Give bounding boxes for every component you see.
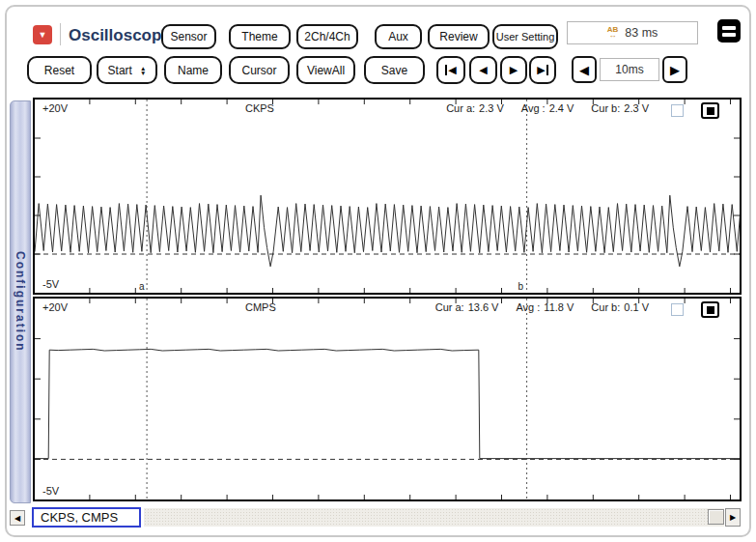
channel-2-panel: +20V CMPS Cur a:13.6 V Avg :11.8 V Cur b… — [33, 297, 742, 501]
save-button[interactable]: Save — [364, 56, 425, 84]
menu-icon — [722, 33, 736, 37]
avg-readout-value: 11.8 V — [544, 301, 574, 313]
timebase-increase-button[interactable]: ▶ — [662, 56, 687, 83]
app-window: ▼ Oscilloscope Sensor Theme 2Ch/4Ch Aux … — [0, 0, 756, 542]
channel-1-bottom-voltage-label: -5V — [42, 278, 59, 290]
skip-start-icon: ◀ — [448, 65, 456, 75]
cursor-b-readout-value: 2.3 V — [624, 102, 649, 114]
menu-button[interactable] — [717, 19, 741, 43]
page-title: Oscilloscope — [69, 26, 171, 45]
skip-end-icon: ▶ — [537, 65, 545, 75]
channel-1-checkbox[interactable] — [671, 104, 684, 117]
skip-end-icon — [546, 65, 548, 75]
avg-readout-value: 2.4 V — [549, 102, 574, 114]
scroll-left-button[interactable]: ◀ — [10, 510, 25, 526]
channel-1-readout: Cur a:2.3 V Avg :2.4 V Cur b:2.3 V — [446, 102, 649, 114]
avg-readout-label: Avg : — [521, 102, 546, 114]
step-back-icon: ◀ — [479, 65, 487, 75]
name-button[interactable]: Name — [164, 56, 222, 84]
cursor-a-readout-label: Cur a: — [446, 102, 475, 114]
channel-2-readout: Cur a:13.6 V Avg :11.8 V Cur b:0.1 V — [435, 301, 649, 313]
menu-icon — [722, 26, 736, 30]
step-forward-button[interactable]: ▶ — [500, 56, 527, 84]
scroll-left-icon: ◀ — [14, 514, 20, 523]
timebase-value: 10ms — [600, 58, 659, 81]
channel-names-label: CKPS, CMPS — [41, 510, 118, 525]
channel-names-box[interactable]: CKPS, CMPS — [32, 507, 141, 528]
channel-1-panel: +20V CKPS Cur a:2.3 V Avg :2.4 V Cur b:2… — [33, 98, 742, 295]
cursor-b-label[interactable]: b — [518, 281, 524, 292]
configuration-tab-label: Configuration — [14, 251, 27, 353]
scrollbar-thumb[interactable] — [708, 509, 724, 525]
theme-button[interactable]: Theme — [229, 24, 291, 49]
skip-start-icon — [445, 65, 447, 75]
timebase-decrease-button[interactable]: ◀ — [572, 56, 597, 83]
channel-1-color-button[interactable] — [701, 102, 719, 119]
cursor-b-readout-label: Cur b: — [591, 301, 620, 313]
app-menu-button[interactable]: ▼ — [33, 25, 52, 44]
cursor-button[interactable]: Cursor — [229, 56, 290, 84]
cmps-waveform-plot[interactable] — [35, 299, 740, 499]
ckps-waveform-plot[interactable] — [35, 100, 740, 293]
channel-2-name: CMPS — [245, 301, 276, 313]
cursor-a-readout-value: 2.3 V — [479, 102, 504, 114]
channel-1-name: CKPS — [245, 102, 274, 114]
cursor-a-readout-label: Cur a: — [435, 301, 464, 313]
start-button[interactable]: Start ▲▼ — [97, 56, 157, 84]
cursor-b-readout-label: Cur b: — [591, 102, 620, 114]
title-divider — [60, 23, 61, 45]
timebase-right-icon: ▶ — [670, 63, 680, 77]
channel-mode-button[interactable]: 2Ch/4Ch — [296, 24, 358, 49]
cursor-a-label[interactable]: a — [139, 281, 145, 292]
channel-2-color-button[interactable] — [701, 301, 719, 318]
skip-to-start-button[interactable]: ◀ — [436, 56, 465, 84]
skip-to-end-button[interactable]: ▶ — [529, 56, 556, 84]
channel-2-color-swatch — [707, 306, 714, 314]
scroll-right-button[interactable]: ▶ — [725, 508, 741, 527]
step-forward-icon: ▶ — [510, 65, 518, 75]
channel-2-bottom-voltage-label: -5V — [42, 485, 59, 497]
reset-button[interactable]: Reset — [27, 56, 92, 84]
scroll-right-icon: ▶ — [730, 513, 736, 522]
start-spinner-icon: ▲▼ — [140, 66, 146, 75]
cursor-b-readout-value: 0.1 V — [624, 301, 649, 313]
viewall-button[interactable]: ViewAll — [296, 56, 355, 84]
avg-readout-label: Avg : — [516, 301, 540, 313]
review-button[interactable]: Review — [428, 24, 490, 49]
cursor-delta-display: AB↔ 83 ms — [567, 21, 698, 44]
cursor-a-readout-value: 13.6 V — [468, 301, 499, 313]
aux-button[interactable]: Aux — [375, 24, 422, 49]
step-back-button[interactable]: ◀ — [469, 56, 497, 84]
scrollbar-track[interactable] — [144, 508, 724, 527]
cursor-delta-value: 83 ms — [625, 26, 658, 40]
configuration-tab[interactable]: Configuration — [10, 100, 31, 503]
sensor-button[interactable]: Sensor — [161, 24, 216, 49]
start-button-label: Start — [108, 64, 132, 77]
channel-2-top-voltage-label: +20V — [42, 301, 68, 313]
timebase-left-icon: ◀ — [579, 63, 589, 77]
user-setting-button[interactable]: User Setting — [492, 24, 558, 49]
channel-2-checkbox[interactable] — [671, 303, 684, 316]
dropdown-triangle-icon: ▼ — [39, 30, 47, 40]
channel-1-color-swatch — [707, 107, 714, 115]
channel-1-top-voltage-label: +20V — [42, 102, 68, 114]
ab-range-icon: AB↔ — [607, 27, 619, 39]
